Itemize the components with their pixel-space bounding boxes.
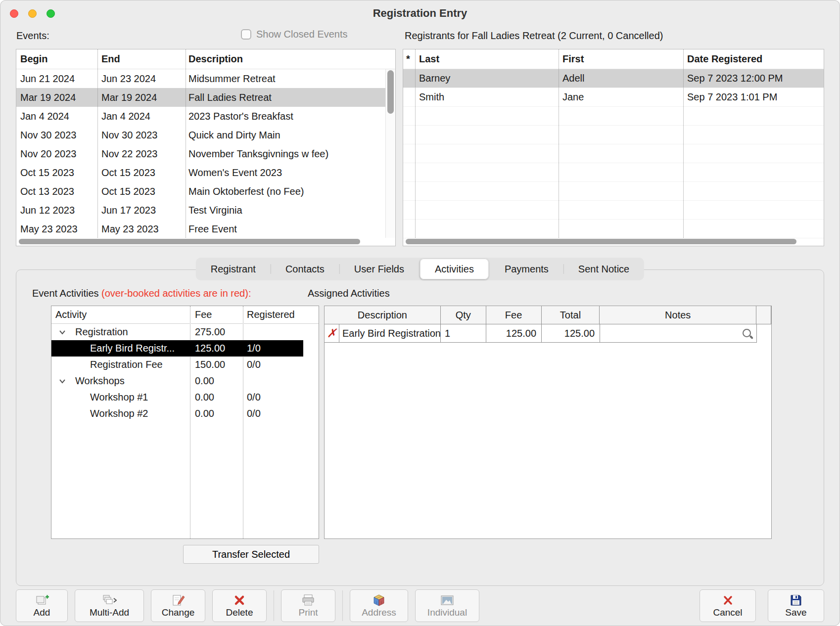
minimize-window-button[interactable]	[28, 9, 37, 18]
overbooked-note: (over-booked activities are in red):	[101, 288, 251, 299]
events-row[interactable]: Jan 4 2024 Jan 4 2024 2023 Pastor's Brea…	[16, 107, 395, 126]
button-label: Individual	[427, 607, 467, 618]
event-description: November Tanksgivnings w fee)	[186, 148, 395, 160]
scrollbar-thumb[interactable]	[19, 239, 360, 244]
events-vertical-scrollbar[interactable]	[385, 69, 395, 238]
registrants-col-star[interactable]: *	[403, 53, 415, 65]
registrant-row-selected[interactable]: Barney Adell Sep 7 2023 12:00 PM	[403, 69, 824, 88]
tree-row-workshops[interactable]: Workshops 0.00	[51, 373, 303, 389]
event-end: May 23 2023	[97, 224, 186, 235]
event-begin: Oct 13 2023	[16, 186, 97, 197]
delete-button[interactable]: Delete	[212, 589, 267, 622]
tree-header: Activity Fee Registered	[51, 306, 319, 324]
save-floppy-icon	[790, 593, 802, 607]
remove-row-x-icon[interactable]: ✗	[327, 327, 336, 339]
assigned-notes-cell[interactable]	[600, 324, 757, 343]
zoom-window-button[interactable]	[47, 9, 55, 18]
tab-payments[interactable]: Payments	[490, 258, 563, 280]
tree-row-workshop-2[interactable]: Workshop #2 0.00 0/0	[51, 405, 303, 422]
button-label: Add	[34, 607, 50, 618]
registrant-row[interactable]: Smith Jane Sep 7 2023 1:01 PM	[403, 88, 824, 107]
individual-photo-icon	[440, 593, 455, 607]
assigned-col-qty: Qty	[441, 306, 486, 324]
magnifier-icon[interactable]	[741, 327, 754, 340]
tree-col-registered: Registered	[243, 309, 319, 320]
registrants-horizontal-scrollbar[interactable]	[403, 238, 824, 246]
event-begin: May 23 2023	[16, 224, 97, 235]
transfer-selected-button[interactable]: Transfer Selected	[183, 545, 319, 564]
events-row[interactable]: May 23 2023 May 23 2023 Free Event	[16, 220, 395, 238]
assigned-total-cell[interactable]: 125.00	[542, 324, 600, 343]
empty-row	[403, 126, 824, 144]
activity-label: Registration	[75, 326, 128, 338]
events-col-description[interactable]: Description	[186, 53, 395, 65]
events-row[interactable]: Oct 15 2023 Oct 15 2023 Women's Event 20…	[16, 163, 395, 182]
tab-user-fields[interactable]: User Fields	[339, 258, 419, 280]
print-button[interactable]: Print	[281, 589, 335, 622]
events-rows: Jun 21 2024 Jun 23 2024 Midsummer Retrea…	[16, 69, 395, 238]
bottom-toolbar: Add Multi-Add Change Delete	[16, 589, 824, 622]
tree-row-early-bird-selected[interactable]: Early Bird Registr... 125.00 1/0	[51, 340, 303, 357]
tab-sent-notice[interactable]: Sent Notice	[563, 258, 644, 280]
button-label: Save	[785, 607, 806, 618]
tree-row-workshop-1[interactable]: Workshop #1 0.00 0/0	[51, 389, 303, 405]
button-label: Delete	[226, 607, 253, 618]
event-description: Free Event	[186, 224, 395, 235]
registrants-col-last[interactable]: Last	[415, 53, 559, 65]
save-button[interactable]: Save	[768, 589, 824, 622]
events-row[interactable]: Jun 21 2024 Jun 23 2024 Midsummer Retrea…	[16, 69, 395, 88]
close-window-button[interactable]	[10, 9, 18, 18]
events-horizontal-scrollbar[interactable]	[16, 238, 395, 246]
events-row[interactable]: Nov 30 2023 Nov 30 2023 Quick and Dirty …	[16, 126, 395, 144]
individual-button[interactable]: Individual	[415, 589, 479, 622]
events-row[interactable]: Nov 20 2023 Nov 22 2023 November Tanksgi…	[16, 144, 395, 163]
tab-activities[interactable]: Activities	[420, 259, 489, 279]
registrants-table: * Last First Date Registered Barney Adel…	[403, 49, 824, 246]
tree-row-registration[interactable]: Registration 275.00	[51, 324, 303, 340]
assigned-col-notes: Notes	[600, 306, 756, 324]
assigned-fee-cell[interactable]: 125.00	[486, 324, 542, 343]
events-row[interactable]: Jun 12 2023 Jun 17 2023 Test Virginia	[16, 201, 395, 220]
event-end: Jun 23 2024	[97, 73, 186, 85]
tree-row-registration-fee[interactable]: Registration Fee 150.00 0/0	[51, 357, 303, 373]
cancel-button[interactable]: Cancel	[700, 589, 756, 622]
assigned-description-cell[interactable]: Early Bird Registration	[339, 324, 441, 343]
events-col-begin[interactable]: Begin	[16, 53, 97, 65]
assigned-row[interactable]: ✗ Early Bird Registration 1 125.00 125.0…	[325, 324, 771, 343]
scrollbar-thumb[interactable]	[406, 239, 796, 244]
events-row-selected[interactable]: Mar 19 2024 Mar 19 2024 Fall Ladies Retr…	[16, 88, 395, 107]
activity-fee: 275.00	[190, 326, 243, 338]
events-row[interactable]: Oct 13 2023 Oct 15 2023 Main Oktoberfest…	[16, 182, 395, 201]
checkbox-box-icon[interactable]	[241, 29, 251, 40]
scrollbar-thumb[interactable]	[387, 70, 394, 114]
empty-row	[403, 220, 824, 238]
assigned-header: Description Qty Fee Total Notes	[325, 306, 771, 324]
assigned-qty-cell[interactable]: 1	[441, 324, 486, 343]
chevron-down-icon[interactable]	[57, 328, 67, 337]
address-button[interactable]: Address	[350, 589, 408, 622]
registrants-col-first[interactable]: First	[559, 53, 683, 65]
change-button[interactable]: Change	[151, 589, 205, 622]
empty-row	[403, 144, 824, 163]
add-button[interactable]: Add	[16, 589, 68, 622]
tab-registrant[interactable]: Registrant	[196, 258, 271, 280]
registrants-col-date[interactable]: Date Registered	[683, 53, 824, 65]
show-closed-events-checkbox[interactable]: Show Closed Events	[241, 29, 348, 40]
remove-assigned-cell[interactable]: ✗	[325, 324, 339, 343]
toolbar-separator	[342, 590, 343, 621]
event-description: Midsummer Retreat	[186, 73, 395, 85]
registrants-rows: Barney Adell Sep 7 2023 12:00 PM Smith J…	[403, 69, 824, 238]
registrants-table-header: * Last First Date Registered	[403, 49, 824, 69]
events-col-end[interactable]: End	[97, 53, 186, 65]
activity-fee: 0.00	[190, 392, 243, 403]
tree-rows: Registration 275.00 Early Bird Registr..…	[51, 324, 319, 422]
chevron-down-icon[interactable]	[57, 377, 67, 386]
multi-add-button[interactable]: Multi-Add	[75, 589, 144, 622]
event-end: Jan 4 2024	[97, 111, 186, 122]
registrant-last: Smith	[415, 91, 559, 103]
tab-contacts[interactable]: Contacts	[271, 258, 339, 280]
event-end: Mar 19 2024	[97, 92, 186, 103]
event-end: Oct 15 2023	[97, 167, 186, 179]
activity-label: Workshops	[75, 375, 125, 387]
activity-fee: 0.00	[190, 375, 243, 387]
